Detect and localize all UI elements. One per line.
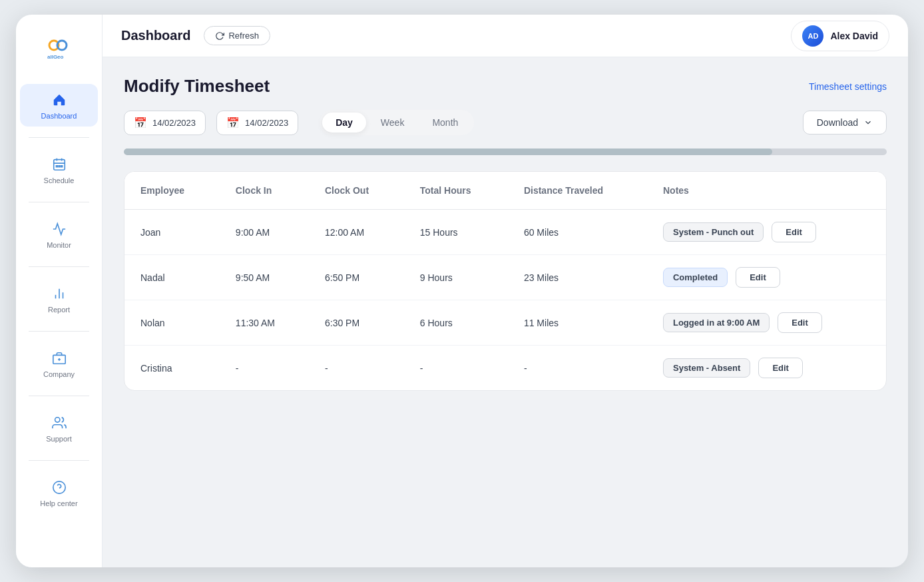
sidebar-item-schedule[interactable]: Schedule [20, 148, 97, 191]
sidebar-item-monitor-label: Monitor [47, 241, 71, 249]
content-area: Modify Timesheet Timesheet settings 📅 14… [103, 57, 908, 567]
date-from-value: 14/02/2023 [152, 118, 196, 128]
refresh-button[interactable]: Refresh [204, 26, 270, 45]
user-avatar: AD [802, 25, 823, 47]
total-hours-cell: 9 Hours [404, 255, 508, 300]
view-month-button[interactable]: Month [419, 113, 471, 133]
dashboard-icon [50, 91, 69, 109]
sidebar: allGeo Dashboard [16, 15, 103, 567]
logo: allGeo [42, 28, 77, 65]
clock-in-cell: 9:00 AM [220, 210, 309, 255]
date-to-input[interactable]: 📅 14/02/2023 [216, 111, 298, 135]
employee-cell: Cristina [124, 346, 220, 391]
clock-out-cell: 12:00 AM [309, 210, 404, 255]
table-row: Cristina - - - - System - Absent Edit [124, 346, 886, 391]
view-week-button[interactable]: Week [367, 113, 418, 133]
edit-button[interactable]: Edit [778, 312, 822, 333]
calendar-from-icon: 📅 [134, 117, 147, 129]
timesheet-settings-link[interactable]: Timesheet settings [809, 81, 887, 92]
notes-cell: System - Absent Edit [647, 346, 886, 391]
clock-out-cell: 6:50 PM [309, 255, 404, 300]
total-hours-cell: 6 Hours [404, 300, 508, 346]
sidebar-divider-4 [29, 331, 89, 332]
svg-point-18 [53, 481, 65, 493]
svg-text:allGeo: allGeo [47, 54, 64, 60]
svg-point-17 [55, 418, 59, 422]
page-title: Modify Timesheet [124, 76, 270, 97]
sidebar-item-monitor[interactable]: Monitor [20, 213, 97, 256]
timesheet-table-card: Employee Clock In Clock Out Total Hours … [124, 171, 887, 391]
schedule-icon [50, 155, 69, 174]
user-badge[interactable]: AD Alex David [791, 21, 889, 51]
date-from-input[interactable]: 📅 14/02/2023 [124, 111, 206, 135]
page-header: Modify Timesheet Timesheet settings [124, 76, 887, 97]
clock-in-cell: - [220, 346, 309, 391]
progress-bar-fill [124, 148, 772, 155]
clock-out-cell: 6:30 PM [309, 300, 404, 346]
table-header-row: Employee Clock In Clock Out Total Hours … [124, 172, 886, 210]
col-total-hours: Total Hours [404, 172, 508, 210]
distance-cell: 60 Miles [508, 210, 647, 255]
sidebar-item-report-label: Report [48, 306, 70, 314]
employee-cell: Nadal [124, 255, 220, 300]
sidebar-divider-5 [29, 396, 89, 396]
date-to-value: 14/02/2023 [245, 118, 288, 128]
view-day-button[interactable]: Day [322, 113, 366, 133]
sidebar-item-support[interactable]: Support [20, 407, 97, 449]
download-button[interactable]: Download [803, 111, 887, 135]
chevron-down-icon [863, 118, 873, 127]
main-content: Dashboard Refresh AD Alex David Modify T… [103, 15, 908, 567]
edit-button[interactable]: Edit [772, 222, 816, 242]
employee-cell: Joan [124, 210, 220, 255]
user-name: Alex David [830, 31, 878, 41]
sidebar-item-report[interactable]: Report [20, 278, 97, 320]
sidebar-item-support-label: Support [46, 435, 72, 443]
note-badge: Completed [663, 268, 728, 287]
svg-rect-10 [61, 166, 62, 167]
monitor-icon [50, 220, 69, 238]
svg-rect-9 [59, 166, 60, 167]
view-toggle: Day Week Month [320, 110, 474, 135]
col-clock-in: Clock In [220, 172, 309, 210]
notes-cell: System - Punch out Edit [647, 210, 886, 255]
sidebar-divider-6 [29, 460, 89, 461]
clock-in-cell: 11:30 AM [220, 300, 309, 346]
sidebar-item-help[interactable]: Help center [20, 471, 97, 514]
total-hours-cell: - [404, 346, 508, 391]
col-notes: Notes [647, 172, 886, 210]
refresh-label: Refresh [228, 31, 259, 41]
svg-rect-4 [53, 160, 65, 170]
topbar: Dashboard Refresh AD Alex David [103, 15, 908, 57]
refresh-icon [215, 31, 224, 41]
help-icon [50, 478, 69, 497]
col-distance: Distance Traveled [508, 172, 647, 210]
note-badge: Logged in at 9:00 AM [663, 313, 770, 332]
timesheet-table: Employee Clock In Clock Out Total Hours … [124, 172, 886, 390]
notes-cell: Logged in at 9:00 AM Edit [647, 300, 886, 346]
topbar-title: Dashboard [121, 28, 190, 43]
employee-cell: Nolan [124, 300, 220, 346]
sidebar-divider-1 [29, 137, 89, 138]
calendar-to-icon: 📅 [226, 117, 240, 129]
support-icon [50, 414, 69, 432]
total-hours-cell: 15 Hours [404, 210, 508, 255]
sidebar-divider-2 [29, 202, 89, 202]
sidebar-item-dashboard[interactable]: Dashboard [20, 84, 97, 127]
distance-cell: 11 Miles [508, 300, 647, 346]
edit-button[interactable]: Edit [758, 358, 803, 378]
sidebar-nav: Dashboard Schedule [16, 84, 102, 514]
clock-in-cell: 9:50 AM [220, 255, 309, 300]
download-label: Download [817, 117, 858, 128]
distance-cell: - [508, 346, 647, 391]
progress-bar [124, 148, 887, 155]
col-employee: Employee [124, 172, 220, 210]
sidebar-item-schedule-label: Schedule [44, 176, 75, 184]
table-row: Nolan 11:30 AM 6:30 PM 6 Hours 11 Miles … [124, 300, 886, 346]
sidebar-item-company[interactable]: Company [20, 342, 97, 385]
sidebar-divider-3 [29, 266, 89, 267]
edit-button[interactable]: Edit [736, 267, 780, 288]
note-badge: System - Punch out [663, 222, 764, 242]
svg-rect-8 [56, 166, 57, 167]
sidebar-item-company-label: Company [43, 370, 75, 378]
col-clock-out: Clock Out [309, 172, 404, 210]
